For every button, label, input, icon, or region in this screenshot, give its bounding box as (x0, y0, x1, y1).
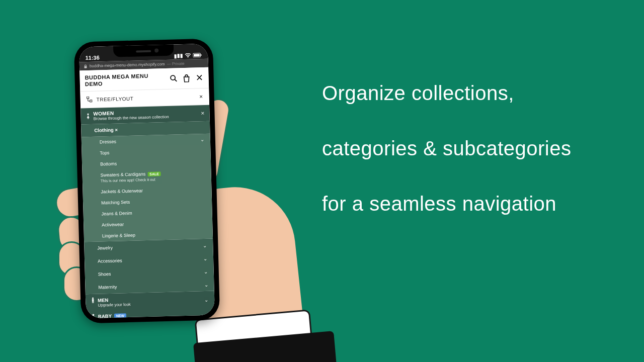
chevron-down-icon: ⌄ (204, 297, 208, 302)
category-label: Maternity (98, 285, 117, 290)
men-icon (91, 297, 95, 303)
svg-point-4 (171, 75, 175, 80)
baby-new-badge: NEW (114, 313, 127, 318)
clothing-item-label: Lingerie & Sleep (102, 233, 135, 239)
clothing-item-label: Dresses (100, 139, 116, 145)
clothing-item-label: Tops (100, 150, 109, 155)
women-icon (86, 113, 90, 119)
phone-mockup: 11:36 ▮▮▮ buddha-mega-menu-demo.myshopif… (74, 38, 220, 323)
category-label: Accessories (98, 258, 122, 264)
marketing-tagline: Organize collections, categories & subca… (322, 65, 599, 231)
app-header: BUDDHA MEGA MENU DEMO ✕ (79, 67, 209, 92)
svg-point-12 (92, 298, 94, 299)
search-icon[interactable] (169, 74, 177, 82)
chevron-down-icon: ⌄ (204, 282, 208, 288)
svg-point-16 (92, 314, 94, 316)
site-title: BUDDHA MEGA MENU DEMO (85, 72, 160, 87)
clothing-item-label: Activewear (102, 222, 124, 228)
svg-rect-1 (194, 54, 200, 56)
svg-rect-6 (87, 97, 89, 99)
women-close-icon[interactable]: × (201, 110, 204, 117)
close-menu-icon[interactable]: ✕ (195, 74, 203, 82)
battery-icon (193, 53, 202, 57)
baby-icon (91, 314, 96, 318)
svg-point-10 (87, 114, 89, 115)
svg-line-5 (175, 79, 177, 81)
clothing-item-label: Sweaters & Cardigans (101, 171, 146, 177)
svg-rect-2 (201, 54, 202, 56)
status-time: 11:36 (85, 54, 99, 61)
clothing-close-icon[interactable]: × (115, 127, 118, 133)
men-title: MEN (98, 297, 108, 303)
clothing-item-label: Jackets & Outerwear (101, 188, 143, 194)
clothing-item-label: Jeans & Denim (102, 211, 132, 217)
chevron-down-icon: ⌄ (200, 137, 204, 142)
wifi-icon (185, 53, 191, 58)
chevron-down-icon: ⌄ (205, 313, 209, 319)
status-icons: ▮▮▮ (174, 52, 202, 58)
svg-rect-13 (92, 299, 94, 302)
url-domain: buddha-mega-menu-demo.myshopify.com (90, 62, 165, 68)
clothing-items-list: Dresses⌄TopsBottomsSweaters & CardigansS… (82, 134, 213, 242)
clothing-label: Clothing (94, 127, 114, 133)
chevron-down-icon: ⌄ (203, 243, 207, 248)
svg-rect-9 (90, 100, 92, 102)
chevron-down-icon: ⌄ (204, 269, 208, 275)
clothing-item-label: Matching Sets (101, 200, 130, 205)
flyout-icon (87, 97, 93, 103)
url-private-label: — Private (167, 61, 185, 66)
tree-flyout-close-icon[interactable]: × (199, 93, 203, 100)
mega-menu: WOMEN Browse through the new season coll… (80, 105, 215, 318)
cart-icon[interactable] (182, 74, 190, 82)
baby-title: BABY (98, 313, 112, 318)
lock-icon (84, 64, 88, 68)
clothing-item-label: Bottoms (100, 161, 117, 167)
chevron-down-icon: ⌄ (203, 256, 207, 261)
sale-badge: SALE (147, 172, 161, 177)
tree-flyout-label: TREE/FLYOUT (97, 96, 134, 102)
phone-notch (113, 44, 174, 57)
women-categories-list: Jewelry⌄Accessories⌄Shoes⌄Maternity⌄ (84, 239, 214, 295)
category-label: Jewelry (97, 245, 113, 251)
category-label: Shoes (98, 272, 111, 277)
svg-rect-3 (84, 66, 87, 68)
signal-icon: ▮▮▮ (174, 53, 183, 58)
